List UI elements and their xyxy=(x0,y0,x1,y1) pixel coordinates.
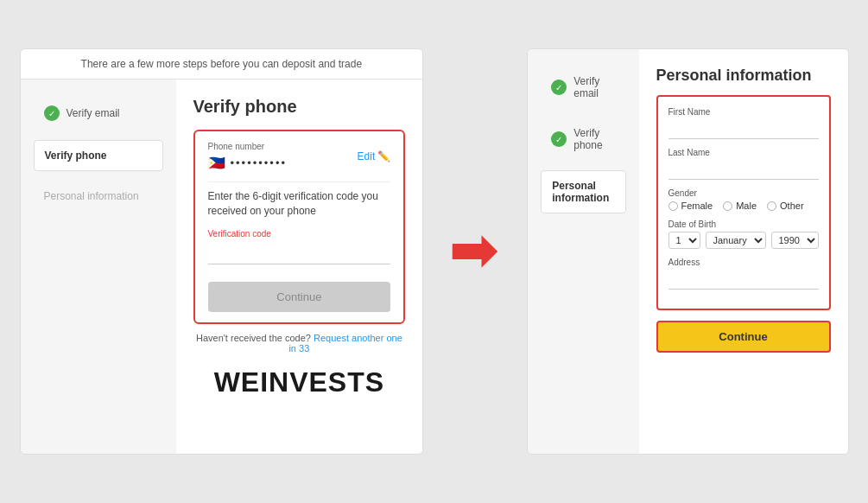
phone-box: Phone number 🇵🇭 •••••••••• Edit ✏️ En xyxy=(193,130,406,324)
check-icon-email: ✓ xyxy=(44,105,60,121)
step-phone-label: Verify phone xyxy=(45,150,107,162)
gender-male[interactable]: Male xyxy=(723,201,757,211)
last-name-label: Last Name xyxy=(668,148,819,157)
right-step-personal-info[interactable]: Personal information xyxy=(541,170,625,213)
arrow-container xyxy=(449,230,501,273)
radio-female-icon xyxy=(668,201,678,211)
step-personal-label: Personal information xyxy=(44,190,139,202)
first-name-field: First Name xyxy=(668,107,819,139)
right-step-phone-label: Verify phone xyxy=(573,127,615,151)
dob-label: Date of Birth xyxy=(668,220,819,229)
radio-male-icon xyxy=(723,201,732,211)
brand-name: WEINVESTS xyxy=(193,353,406,411)
edit-label: Edit xyxy=(358,150,376,162)
continue-button-right[interactable]: Continue xyxy=(656,321,831,353)
right-step-verify-email[interactable]: ✓ Verify email xyxy=(541,67,625,108)
phone-value-row: 🇵🇭 •••••••••• xyxy=(208,155,288,171)
phone-number-section: Phone number 🇵🇭 •••••••••• Edit ✏️ xyxy=(208,142,391,171)
banner-text: There are a few more steps before you ca… xyxy=(81,58,363,70)
personal-info-form: First Name Last Name Gender Female xyxy=(656,95,831,310)
pencil-icon: ✏️ xyxy=(377,150,390,162)
dob-day-select[interactable]: 1 xyxy=(668,232,700,249)
step-verify-email[interactable]: ✓ Verify email xyxy=(34,97,163,130)
top-banner: There are a few more steps before you ca… xyxy=(21,49,423,80)
first-name-input[interactable] xyxy=(668,119,819,139)
gender-other[interactable]: Other xyxy=(767,201,804,211)
dob-field: Date of Birth 1 January 1990 xyxy=(668,220,819,249)
gender-female[interactable]: Female xyxy=(668,201,713,211)
verify-phone-title: Verify phone xyxy=(193,97,406,117)
female-label: Female xyxy=(681,201,713,211)
gender-label: Gender xyxy=(668,188,819,198)
left-panel: There are a few more steps before you ca… xyxy=(20,48,424,455)
right-main-content: Personal information First Name Last Nam… xyxy=(639,49,848,454)
divider xyxy=(208,181,391,182)
right-arrow-icon xyxy=(449,230,501,273)
right-steps-sidebar: ✓ Verify email ✓ Verify phone Personal i… xyxy=(528,49,638,454)
svg-marker-0 xyxy=(453,235,498,268)
last-name-input[interactable] xyxy=(668,160,819,180)
check-icon-phone-right: ✓ xyxy=(551,131,567,147)
right-step-personal-label: Personal information xyxy=(552,180,614,204)
male-label: Male xyxy=(736,201,757,211)
left-steps-sidebar: ✓ Verify email Verify phone Personal inf… xyxy=(21,80,176,454)
personal-info-title: Personal information xyxy=(656,67,831,85)
phone-info: Phone number 🇵🇭 •••••••••• xyxy=(208,142,288,171)
gender-options: Female Male Other xyxy=(668,201,819,211)
continue-button-left[interactable]: Continue xyxy=(208,282,391,312)
dob-year-select[interactable]: 1990 xyxy=(771,232,819,249)
gender-field: Gender Female Male Other xyxy=(668,188,819,211)
continue-label-left: Continue xyxy=(276,290,321,303)
radio-other-icon xyxy=(767,201,776,211)
address-field: Address xyxy=(668,258,819,290)
right-step-email-label: Verify email xyxy=(573,75,615,99)
phone-label: Phone number xyxy=(208,142,288,151)
resend-text: Haven't received the code? Request anoth… xyxy=(193,333,406,353)
dob-month-select[interactable]: January xyxy=(706,232,766,249)
step-personal-info[interactable]: Personal information xyxy=(34,181,163,211)
address-label: Address xyxy=(668,258,819,267)
address-input[interactable] xyxy=(668,270,819,290)
check-icon-email-right: ✓ xyxy=(551,80,567,95)
step-verify-phone[interactable]: Verify phone xyxy=(34,140,163,171)
resend-static: Haven't received the code? xyxy=(196,333,311,343)
verification-code-input[interactable] xyxy=(208,242,391,264)
continue-label-right: Continue xyxy=(719,330,767,343)
edit-button[interactable]: Edit ✏️ xyxy=(358,150,391,162)
right-panel: ✓ Verify email ✓ Verify phone Personal i… xyxy=(527,48,848,455)
dob-row: 1 January 1990 xyxy=(668,232,819,249)
right-step-verify-phone[interactable]: ✓ Verify phone xyxy=(541,118,625,160)
flag-icon: 🇵🇭 xyxy=(208,155,225,171)
phone-dots: •••••••••• xyxy=(231,156,288,169)
other-label: Other xyxy=(780,201,804,211)
left-main-content: Verify phone Phone number 🇵🇭 •••••••••• … xyxy=(176,80,423,454)
step-email-label: Verify email xyxy=(67,107,120,119)
instruction-text: Enter the 6-digit verification code you … xyxy=(208,189,391,219)
verification-label: Verification code xyxy=(208,229,391,239)
last-name-field: Last Name xyxy=(668,148,819,180)
first-name-label: First Name xyxy=(668,107,819,117)
